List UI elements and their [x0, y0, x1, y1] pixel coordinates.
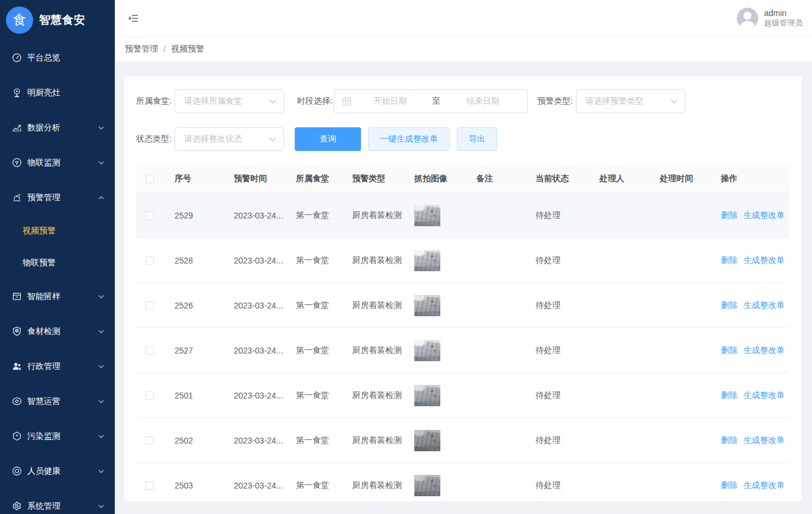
search-button[interactable]: 查询: [295, 127, 361, 151]
delete-link[interactable]: 删除: [721, 255, 737, 265]
cell-operations: 删除生成整改单: [715, 480, 789, 491]
chevron-down-icon: [98, 295, 104, 298]
chevron-down-icon: [98, 330, 104, 333]
select-all-checkbox[interactable]: [146, 175, 154, 183]
sidebar-item-10[interactable]: 人员健康: [0, 454, 115, 489]
column-header-4: 抓拍图像: [408, 174, 471, 184]
sidebar-item-label: 物联监测: [27, 158, 98, 168]
alert-type-select[interactable]: 请选择预警类型: [576, 89, 685, 113]
cell-id: 2527: [169, 346, 228, 355]
row-checkbox[interactable]: [146, 301, 154, 310]
sidebar-item-2[interactable]: 数据分析: [0, 110, 115, 145]
snapshot-thumbnail[interactable]: [414, 430, 440, 451]
sidebar-item-label: 污染监测: [27, 431, 98, 442]
generate-rectification-link[interactable]: 生成整改单: [743, 300, 785, 310]
sidebar-item-1[interactable]: 明厨亮灶: [0, 75, 115, 110]
delete-link[interactable]: 删除: [721, 480, 737, 490]
cell-alert-time: 2023-03-24...: [228, 346, 290, 355]
snapshot-thumbnail[interactable]: [414, 340, 440, 361]
alert-type-filter-label: 预警类型:: [537, 96, 576, 107]
cell-snapshot: [408, 430, 471, 451]
row-checkbox-cell: [136, 211, 169, 220]
snapshot-thumbnail[interactable]: [414, 385, 440, 406]
sidebar-subitem-0[interactable]: 视频预警: [0, 215, 115, 247]
cell-status: 待处理: [530, 435, 594, 446]
generate-rectification-link[interactable]: 生成整改单: [743, 210, 785, 220]
cell-status: 待处理: [530, 210, 594, 221]
delete-link[interactable]: 删除: [721, 345, 737, 355]
cell-alert-type: 厨房着装检测: [346, 255, 408, 266]
sidebar-item-9[interactable]: 污染监测: [0, 419, 115, 454]
row-checkbox[interactable]: [146, 256, 154, 265]
sidebar-item-label: 行政管理: [27, 361, 98, 372]
topbar: admin 超级管理员: [115, 0, 812, 37]
end-date-input[interactable]: 结束日期: [444, 96, 522, 107]
breadcrumb-section[interactable]: 预警管理: [125, 44, 158, 54]
row-checkbox-cell: [136, 481, 169, 490]
system-settings-icon: [12, 501, 22, 511]
snapshot-thumbnail[interactable]: [414, 475, 440, 496]
sidebar-item-0[interactable]: 平台总览: [0, 40, 115, 75]
filter-row-2: 状态类型: 请选择整改状态 查询 一键生成整改单 导出: [136, 127, 790, 151]
chevron-down-icon: [269, 99, 276, 104]
snapshot-thumbnail[interactable]: [414, 295, 440, 316]
cell-alert-time: 2023-03-24...: [228, 481, 290, 490]
date-range-picker[interactable]: 开始日期 至 结束日期: [334, 89, 528, 113]
chevron-down-icon: [98, 161, 104, 165]
delete-link[interactable]: 删除: [721, 210, 737, 220]
generate-rectification-link[interactable]: 生成整改单: [743, 480, 785, 490]
start-date-input[interactable]: 开始日期: [352, 96, 429, 107]
sample-box-icon: [12, 291, 22, 301]
cell-canteen: 第一食堂: [290, 435, 346, 446]
cell-snapshot: [408, 475, 471, 496]
status-type-select[interactable]: 请选择整改状态: [175, 127, 284, 151]
sidebar-item-8[interactable]: 智慧运营: [0, 384, 115, 419]
row-checkbox[interactable]: [146, 346, 154, 355]
main-area: admin 超级管理员 预警管理 / 视频预警 所属食堂: 请选择所属食堂 时段…: [115, 0, 812, 514]
cell-id: 2528: [169, 256, 228, 265]
admin-users-icon: [12, 361, 22, 371]
cell-alert-type: 厨房着装检测: [346, 300, 408, 311]
cell-id: 2501: [169, 391, 228, 400]
generate-rectification-link[interactable]: 生成整改单: [743, 255, 785, 265]
sidebar-item-3[interactable]: 物联监测: [0, 145, 115, 180]
sidebar-item-4[interactable]: 预警管理: [0, 180, 115, 215]
user-name: admin: [764, 8, 803, 19]
column-header-9: 操作: [715, 174, 789, 184]
sidebar-item-7[interactable]: 行政管理: [0, 349, 115, 384]
sidebar-item-5[interactable]: 智能留样: [0, 279, 115, 314]
cell-id: 2529: [169, 211, 228, 220]
generate-rectification-link[interactable]: 生成整改单: [743, 390, 785, 400]
sidebar-item-6[interactable]: 食材检测: [0, 314, 115, 349]
status-type-filter-label: 状态类型:: [136, 134, 175, 144]
table-header-row: 序号预警时间所属食堂预警类型抓拍图像备注当前状态处理人处理时间操作: [136, 165, 789, 193]
generate-rectification-link[interactable]: 生成整改单: [743, 345, 785, 355]
page-content: 所属食堂: 请选择所属食堂 时段选择: 开始日期 至 结束日期 预警类型: 请选…: [115, 62, 812, 514]
column-header-3: 预警类型: [346, 174, 408, 184]
snapshot-thumbnail[interactable]: [414, 250, 440, 271]
cell-canteen: 第一食堂: [290, 480, 346, 491]
cell-alert-time: 2023-03-24...: [228, 436, 290, 445]
export-button[interactable]: 导出: [457, 127, 497, 151]
row-checkbox[interactable]: [146, 436, 154, 445]
snapshot-thumbnail[interactable]: [414, 205, 440, 226]
row-checkbox[interactable]: [146, 481, 154, 490]
operation-icon: [12, 396, 22, 406]
row-checkbox[interactable]: [146, 391, 154, 400]
row-checkbox-cell: [136, 346, 169, 355]
row-checkbox[interactable]: [146, 211, 154, 220]
generate-rectification-button[interactable]: 一键生成整改单: [368, 127, 450, 151]
delete-link[interactable]: 删除: [721, 390, 737, 400]
cell-snapshot: [408, 205, 471, 226]
delete-link[interactable]: 删除: [721, 435, 737, 445]
canteen-select[interactable]: 请选择所属食堂: [175, 89, 284, 113]
sidebar-collapse-icon[interactable]: [128, 13, 138, 24]
delete-link[interactable]: 删除: [721, 300, 737, 310]
pollution-icon: [12, 431, 22, 441]
sidebar-item-11[interactable]: 系统管理: [0, 489, 115, 514]
user-menu[interactable]: admin 超级管理员: [737, 8, 803, 29]
breadcrumb-separator: /: [163, 44, 166, 54]
generate-rectification-link[interactable]: 生成整改单: [743, 435, 785, 445]
cell-snapshot: [408, 250, 471, 271]
sidebar-subitem-1[interactable]: 物联预警: [0, 247, 115, 279]
